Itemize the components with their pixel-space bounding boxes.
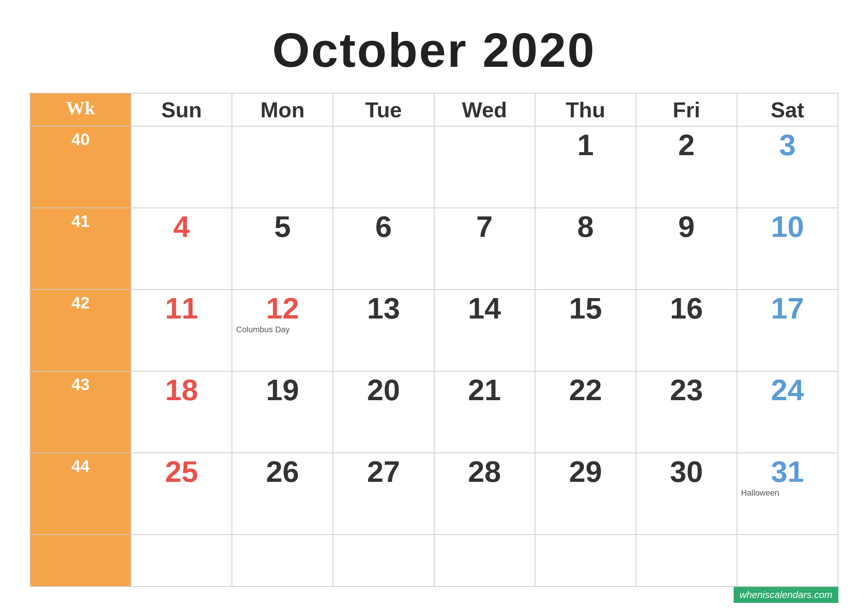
extra-empty-cell (131, 535, 232, 586)
extra-row (30, 535, 838, 586)
day-cell: 29 (535, 453, 636, 535)
day-cell: 27 (333, 453, 434, 535)
extra-empty-cell (232, 535, 333, 586)
header-row: Wk Sun Mon Tue Wed Thu Fri Sat (30, 93, 838, 126)
day-cell: 14 (434, 290, 535, 371)
header-wk: Wk (30, 93, 131, 126)
holiday-label: Halloween (741, 488, 834, 498)
day-cell: 24 (737, 371, 838, 453)
wk-number-43: 43 (30, 371, 131, 453)
extra-empty-cell (535, 535, 636, 586)
day-cell: 9 (636, 208, 737, 290)
day-cell (434, 126, 535, 208)
week-row-41: 4145678910 (30, 208, 838, 290)
wk-number-42: 42 (30, 290, 131, 371)
extra-empty-cell (434, 535, 535, 586)
day-cell: 1 (535, 126, 636, 208)
day-number: 26 (236, 457, 329, 487)
calendar-page: October 2020 Wk Sun Mon Tue Wed Thu Fri … (0, 0, 868, 614)
day-cell: 5 (232, 208, 333, 290)
day-number: 25 (135, 457, 228, 487)
day-cell: 20 (333, 371, 434, 453)
day-number: 15 (539, 294, 632, 323)
day-cell: 15 (535, 290, 636, 371)
day-cell: 19 (232, 371, 333, 453)
day-number: 20 (337, 375, 430, 405)
day-number: 11 (135, 294, 228, 323)
day-number: 31 (741, 457, 834, 487)
day-number: 19 (236, 375, 329, 405)
day-number: 9 (640, 212, 733, 242)
day-cell: 28 (434, 453, 535, 535)
month-label: October (273, 23, 468, 77)
day-number: 27 (337, 457, 430, 487)
day-number: 3 (741, 130, 834, 160)
day-cell: 25 (131, 453, 232, 535)
wk-number-41: 41 (30, 208, 131, 290)
day-cell: 11 (131, 290, 232, 371)
extra-empty-cell (333, 535, 434, 586)
holiday-label: Columbus Day (236, 325, 329, 335)
day-number: 1 (539, 130, 632, 160)
day-number: 8 (539, 212, 632, 242)
day-number: 13 (337, 294, 430, 323)
day-cell: 18 (131, 371, 232, 453)
day-number: 7 (438, 212, 531, 242)
wk-number-44: 44 (30, 453, 131, 535)
day-number: 18 (135, 375, 228, 405)
day-cell: 10 (737, 208, 838, 290)
day-number: 30 (640, 457, 733, 487)
calendar-body: 401234145678910421112Columbus Day1314151… (30, 126, 838, 586)
day-number: 2 (640, 130, 733, 160)
day-cell: 21 (434, 371, 535, 453)
day-cell: 4 (131, 208, 232, 290)
week-row-42: 421112Columbus Day1314151617 (30, 290, 838, 371)
header-sun: Sun (131, 93, 232, 126)
week-row-43: 4318192021222324 (30, 371, 838, 453)
day-number: 23 (640, 375, 733, 405)
day-number: 29 (539, 457, 632, 487)
day-cell (131, 126, 232, 208)
day-cell: 31Halloween (737, 453, 838, 535)
page-title: October 2020 (30, 22, 838, 78)
day-cell (333, 126, 434, 208)
day-number: 24 (741, 375, 834, 405)
calendar-table: Wk Sun Mon Tue Wed Thu Fri Sat 401234145… (30, 93, 838, 587)
day-cell: 13 (333, 290, 434, 371)
day-number: 10 (741, 212, 834, 242)
day-cell: 8 (535, 208, 636, 290)
week-row-40: 40123 (30, 126, 838, 208)
day-cell: 23 (636, 371, 737, 453)
day-cell: 2 (636, 126, 737, 208)
day-number: 4 (135, 212, 228, 242)
day-cell: 6 (333, 208, 434, 290)
day-number: 28 (438, 457, 531, 487)
day-cell: 12Columbus Day (232, 290, 333, 371)
day-number: 17 (741, 294, 834, 323)
header-sat: Sat (737, 93, 838, 126)
year-label: 2020 (482, 23, 595, 77)
day-cell: 3 (737, 126, 838, 208)
day-number: 14 (438, 294, 531, 323)
week-row-44: 4425262728293031Halloween (30, 453, 838, 535)
day-number: 6 (337, 212, 430, 242)
day-cell: 16 (636, 290, 737, 371)
header-tue: Tue (333, 93, 434, 126)
header-wed: Wed (434, 93, 535, 126)
day-number: 12 (236, 294, 329, 323)
day-cell: 30 (636, 453, 737, 535)
day-number: 21 (438, 375, 531, 405)
header-mon: Mon (232, 93, 333, 126)
day-cell: 26 (232, 453, 333, 535)
wk-number-40: 40 (30, 126, 131, 208)
day-number: 16 (640, 294, 733, 323)
day-cell: 22 (535, 371, 636, 453)
extra-empty-cell (737, 535, 838, 586)
watermark: wheniscalendars.com (734, 587, 838, 603)
day-cell (232, 126, 333, 208)
header-fri: Fri (636, 93, 737, 126)
header-thu: Thu (535, 93, 636, 126)
day-cell: 17 (737, 290, 838, 371)
extra-empty-cell (636, 535, 737, 586)
day-number: 5 (236, 212, 329, 242)
